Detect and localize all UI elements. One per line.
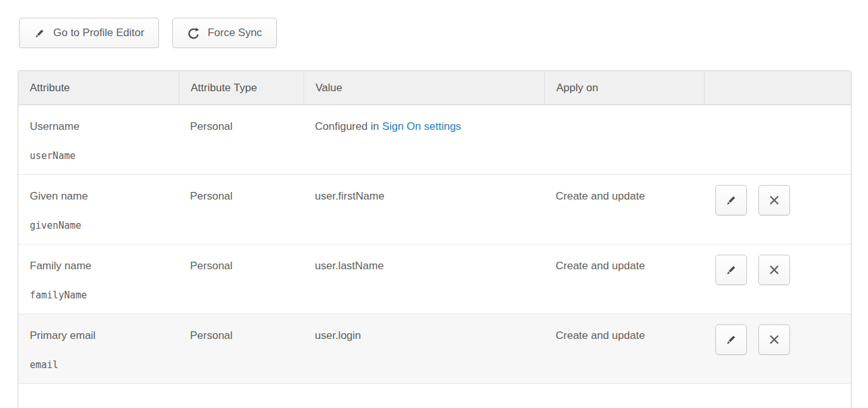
apply-on-cell: [544, 105, 704, 174]
table-row-partial: [18, 384, 851, 408]
attribute-cell: Given name givenName: [18, 175, 179, 244]
actions-cell: [704, 175, 851, 244]
delete-mapping-button[interactable]: [758, 255, 790, 285]
column-header-apply-on: Apply on: [544, 71, 704, 105]
column-header-actions: [704, 71, 851, 105]
attribute-label: Primary email: [30, 329, 172, 342]
table-header-row: Attribute Attribute Type Value Apply on: [18, 71, 851, 105]
actions-cell: [704, 105, 851, 174]
value-prefix-text: Configured in: [315, 120, 379, 132]
attribute-key: familyName: [30, 290, 172, 301]
delete-mapping-button[interactable]: [758, 185, 790, 215]
column-header-value: Value: [303, 71, 544, 105]
attribute-label: Family name: [30, 260, 172, 272]
attribute-type-cell: Personal: [179, 314, 303, 383]
attribute-mappings-table: Attribute Attribute Type Value Apply on …: [18, 70, 852, 408]
actions-cell: [704, 314, 851, 383]
attribute-type-cell: Personal: [179, 245, 303, 314]
attribute-label: Username: [30, 120, 172, 133]
attribute-cell: Family name familyName: [18, 245, 179, 314]
attribute-key: email: [30, 359, 172, 371]
value-cell: Configured inSign On settings: [303, 105, 544, 174]
close-icon: [768, 333, 781, 346]
close-icon: [768, 194, 781, 207]
apply-on-cell: Create and update: [544, 245, 704, 314]
attribute-type-cell: Personal: [179, 105, 303, 174]
value-cell: user.lastName: [303, 245, 544, 314]
attribute-key: givenName: [30, 220, 172, 231]
edit-mapping-button[interactable]: [715, 185, 747, 215]
value-cell: user.firstName: [303, 175, 544, 244]
go-to-profile-editor-button[interactable]: Go to Profile Editor: [19, 18, 159, 48]
table-row-given-name: Given name givenName Personal user.first…: [18, 175, 851, 245]
delete-mapping-button[interactable]: [758, 324, 790, 355]
apply-on-cell: Create and update: [544, 175, 704, 244]
pencil-icon: [725, 194, 737, 207]
close-icon: [768, 264, 781, 276]
table-row-username: Username userName Personal Configured in…: [18, 105, 851, 175]
edit-mapping-button[interactable]: [715, 255, 747, 285]
apply-on-cell: Create and update: [544, 314, 704, 383]
attribute-cell: Primary email email: [18, 314, 179, 383]
column-header-attribute: Attribute: [18, 71, 179, 105]
attribute-cell: Username userName: [18, 105, 179, 174]
edit-mapping-button[interactable]: [715, 324, 747, 355]
pencil-icon: [725, 333, 737, 346]
column-header-attribute-type: Attribute Type: [179, 71, 303, 105]
pencil-icon: [725, 264, 737, 276]
actions-cell: [704, 245, 851, 314]
attribute-type-cell: Personal: [179, 175, 303, 244]
pencil-icon: [34, 27, 46, 39]
table-row-family-name: Family name familyName Personal user.las…: [18, 245, 851, 314]
attribute-key: userName: [30, 150, 172, 162]
attribute-label: Given name: [30, 190, 172, 203]
go-to-profile-editor-label: Go to Profile Editor: [53, 27, 144, 39]
value-cell: user.login: [303, 314, 544, 383]
sign-on-settings-link[interactable]: Sign On settings: [382, 120, 461, 132]
refresh-icon: [187, 27, 200, 40]
toolbar: Go to Profile Editor Force Sync: [19, 18, 868, 48]
force-sync-button[interactable]: Force Sync: [172, 18, 277, 48]
force-sync-label: Force Sync: [208, 27, 262, 39]
table-row-primary-email: Primary email email Personal user.login …: [18, 314, 851, 384]
